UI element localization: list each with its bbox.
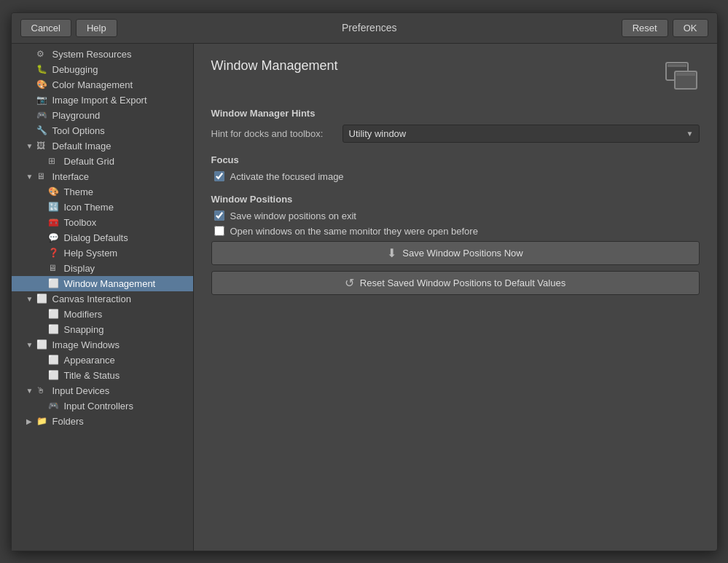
debugging-icon: 🐛 <box>36 64 50 74</box>
hints-group-title: Window Manager Hints <box>211 108 700 119</box>
sidebar-label-modifiers: Modifiers <box>64 309 103 320</box>
sidebar-item-input-controllers[interactable]: 🎮 Input Controllers <box>12 398 193 414</box>
sidebar-item-dialog-defaults[interactable]: 💬 Dialog Defaults <box>12 230 193 245</box>
content-area: ⚙ System Resources 🐛 Debugging 🎨 Color M… <box>12 44 717 551</box>
sidebar-item-input-devices[interactable]: ▼ 🖱 Input Devices <box>12 383 193 398</box>
sidebar-item-image-windows[interactable]: ▼ ⬜ Image Windows <box>12 337 193 353</box>
sidebar-item-playground[interactable]: 🎮 Playground <box>12 108 193 123</box>
folders-icon: 📁 <box>36 416 50 426</box>
window-icon-svg <box>665 58 700 93</box>
svg-rect-3 <box>676 73 695 76</box>
sidebar-item-tool-options[interactable]: 🔧 Tool Options <box>12 123 193 138</box>
reset-button[interactable]: Reset <box>622 19 668 37</box>
activate-focused-row: Activate the focused image <box>211 171 700 182</box>
arrow-interface: ▼ <box>26 173 36 181</box>
sidebar-item-canvas-interaction[interactable]: ▼ ⬜ Canvas Interaction <box>12 291 193 307</box>
sidebar-label-title-status: Title & Status <box>64 370 120 381</box>
sidebar-item-snapping[interactable]: ⬜ Snapping <box>12 322 193 337</box>
sidebar-label-appearance: Appearance <box>64 355 115 366</box>
arrow-folders: ▶ <box>26 417 36 425</box>
sidebar-item-title-status[interactable]: ⬜ Title & Status <box>12 368 193 383</box>
hint-label: Hint for docks and toolbox: <box>211 128 335 139</box>
titlebar: Cancel Help Preferences Reset OK <box>12 13 717 44</box>
sidebar-item-icon-theme[interactable]: 🔣 Icon Theme <box>12 200 193 215</box>
display-icon: 🖥 <box>48 263 61 273</box>
save-on-exit-row: Save window positions on exit <box>211 210 700 221</box>
sidebar-item-appearance[interactable]: ⬜ Appearance <box>12 353 193 368</box>
save-on-exit-checkbox[interactable] <box>214 210 224 221</box>
sidebar-item-theme[interactable]: 🎨 Theme <box>12 184 193 200</box>
sidebar-label-help-system: Help System <box>64 248 118 259</box>
sidebar-item-default-grid[interactable]: ⊞ Default Grid <box>12 154 193 169</box>
save-on-exit-label[interactable]: Save window positions on exit <box>230 210 356 221</box>
same-monitor-row: Open windows on the same monitor they we… <box>211 226 700 237</box>
ok-button[interactable]: OK <box>673 19 708 37</box>
same-monitor-label[interactable]: Open windows on the same monitor they we… <box>230 226 478 237</box>
section-header: Window Management <box>211 58 700 93</box>
theme-icon: 🎨 <box>48 186 61 197</box>
sidebar-label-default-image: Default Image <box>52 141 111 151</box>
sidebar-item-debugging[interactable]: 🐛 Debugging <box>12 62 193 77</box>
hint-select[interactable]: Utility window Normal window Dock window <box>343 125 700 143</box>
appearance-icon: ⬜ <box>48 355 61 365</box>
sidebar-item-interface[interactable]: ▼ 🖥 Interface <box>12 169 193 184</box>
color-management-icon: 🎨 <box>36 79 50 90</box>
sidebar-label-theme: Theme <box>64 186 93 197</box>
focus-group-title: Focus <box>211 154 700 165</box>
cancel-button[interactable]: Cancel <box>20 19 71 37</box>
reset-positions-button[interactable]: ↺ Reset Saved Window Positions to Defaul… <box>211 271 700 295</box>
sidebar-label-system-resources: System Resources <box>52 49 132 60</box>
section-title: Window Management <box>211 58 338 74</box>
default-grid-icon: ⊞ <box>48 156 61 166</box>
sidebar-label-input-devices: Input Devices <box>52 385 110 396</box>
sidebar-item-default-image[interactable]: ▼ 🖼 Default Image <box>12 138 193 154</box>
title-status-icon: ⬜ <box>48 370 61 380</box>
modifiers-icon: ⬜ <box>48 309 61 319</box>
sidebar-item-modifiers[interactable]: ⬜ Modifiers <box>12 307 193 322</box>
sidebar-label-display: Display <box>64 263 95 274</box>
hint-select-wrapper: Utility window Normal window Dock window… <box>343 125 700 143</box>
save-positions-label: Save Window Positions Now <box>402 248 522 259</box>
hint-form-row: Hint for docks and toolbox: Utility wind… <box>211 125 700 143</box>
sidebar-label-window-management: Window Management <box>64 278 156 289</box>
sidebar-label-color-management: Color Management <box>52 79 133 90</box>
save-positions-icon: ⬇ <box>387 246 396 260</box>
sidebar-label-tool-options: Tool Options <box>52 125 105 136</box>
sidebar-label-playground: Playground <box>52 110 101 121</box>
sidebar: ⚙ System Resources 🐛 Debugging 🎨 Color M… <box>12 44 194 551</box>
sidebar-item-window-management[interactable]: ⬜ Window Management <box>12 276 193 291</box>
sidebar-label-image-windows: Image Windows <box>52 339 120 350</box>
reset-positions-label: Reset Saved Window Positions to Default … <box>360 277 565 288</box>
save-positions-button[interactable]: ⬇ Save Window Positions Now <box>211 241 700 265</box>
sidebar-item-folders[interactable]: ▶ 📁 Folders <box>12 414 193 429</box>
dialog-title: Preferences <box>117 22 622 34</box>
positions-group-title: Window Positions <box>211 194 700 205</box>
activate-focused-checkbox[interactable] <box>214 171 224 181</box>
default-image-icon: 🖼 <box>36 141 50 151</box>
tool-options-icon: 🔧 <box>36 125 50 135</box>
sidebar-label-toolbox: Toolbox <box>64 217 97 228</box>
sidebar-label-input-controllers: Input Controllers <box>64 401 133 412</box>
sidebar-item-toolbox[interactable]: 🧰 Toolbox <box>12 215 193 230</box>
image-import-export-icon: 📷 <box>36 95 50 105</box>
svg-rect-1 <box>668 64 686 67</box>
same-monitor-checkbox[interactable] <box>214 226 224 236</box>
snapping-icon: ⬜ <box>48 324 61 334</box>
sidebar-item-help-system[interactable]: ❓ Help System <box>12 245 193 261</box>
playground-icon: 🎮 <box>36 110 50 120</box>
canvas-interaction-icon: ⬜ <box>36 294 50 304</box>
arrow-canvas-interaction: ▼ <box>26 295 36 303</box>
toolbox-icon: 🧰 <box>48 217 61 227</box>
sidebar-label-snapping: Snapping <box>64 324 104 335</box>
help-button[interactable]: Help <box>76 19 117 37</box>
reset-positions-icon: ↺ <box>345 276 354 290</box>
sidebar-label-folders: Folders <box>52 416 84 427</box>
sidebar-item-image-import-export[interactable]: 📷 Image Import & Export <box>12 92 193 108</box>
sidebar-label-image-import-export: Image Import & Export <box>52 95 147 106</box>
icon-theme-icon: 🔣 <box>48 202 61 212</box>
sidebar-item-color-management[interactable]: 🎨 Color Management <box>12 77 193 92</box>
sidebar-item-system-resources[interactable]: ⚙ System Resources <box>12 47 193 62</box>
arrow-image-windows: ▼ <box>26 341 36 349</box>
activate-focused-label[interactable]: Activate the focused image <box>230 171 344 182</box>
sidebar-item-display[interactable]: 🖥 Display <box>12 261 193 276</box>
